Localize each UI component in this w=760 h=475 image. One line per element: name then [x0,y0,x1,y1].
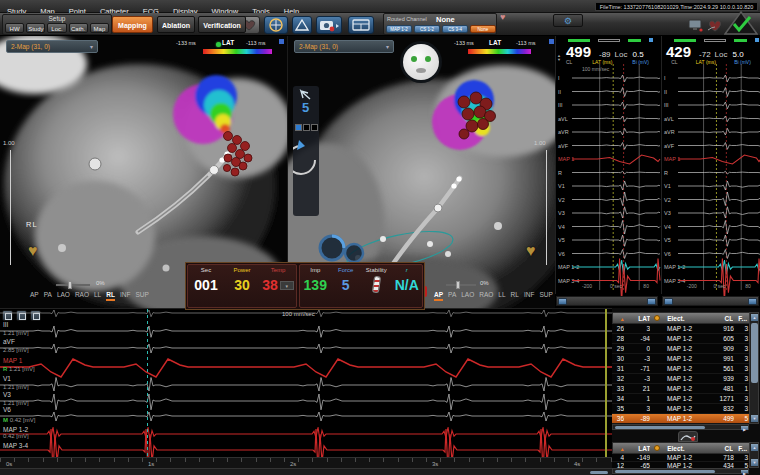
orientation-btn-pa[interactable]: PA [448,291,456,299]
steering-button[interactable] [264,16,288,34]
orientation-btn-sup[interactable]: SUP [539,291,552,299]
point-row-4[interactable]: 4-149MAP 1-27183 [612,454,750,462]
ablation-field-stability: Stability [361,265,392,307]
lead-label-map1: MAP 1 [664,156,680,162]
svg-text:-200: -200 [687,283,697,289]
maximize-view-button[interactable] [549,39,554,44]
lead-label-v6: V6 [3,406,11,413]
ecg-tool-icon-1[interactable] [2,310,13,321]
ecg-column-scrollbar[interactable] [556,296,658,306]
table2-vscrollbar[interactable]: ▲ ▼ [749,442,759,468]
lead-label-avr: aVR [558,129,569,135]
point-row-33[interactable]: 3321MAP 1-24811 [612,384,750,394]
routed-option-none[interactable]: None [470,25,496,33]
ecg-tool-icon-2[interactable] [16,310,27,321]
setup-btn-study[interactable]: Study [26,23,45,33]
orientation-btn-pa[interactable]: PA [44,291,52,299]
point-row-30[interactable]: 30-3MAP 1-29913 [612,354,750,364]
scale-ruler [10,150,11,265]
temp-dropdown[interactable]: ▾ [280,281,294,290]
catheter-pin-tab[interactable] [678,431,698,442]
orientation-btn-inf[interactable]: INF [524,291,534,299]
orientation-btn-ll[interactable]: LL [498,291,505,299]
pen-size-value[interactable]: 5 [302,100,309,115]
orientation-btn-ll[interactable]: LL [94,291,101,299]
svg-text:100 mm/sec: 100 mm/sec [582,66,610,72]
point-row-31[interactable]: 31-71MAP 1-25613 [612,364,750,374]
color-swatch-black1[interactable] [303,124,310,131]
lead-label-v1: V1 [558,183,565,189]
ecg-column-scrollbar[interactable] [662,296,759,306]
channel-dot-icon [755,38,759,42]
lead-label-v2: V2 [664,197,671,203]
routed-option-cs12[interactable]: CS 1-2 [414,25,440,33]
table-vscrollbar[interactable]: ▲ ▼ [749,312,759,424]
orientation-btn-rl[interactable]: RL [511,291,519,299]
point-row-35[interactable]: 353MAP 1-28323 [612,404,750,414]
settings-gear-button[interactable]: ⚙ [553,14,583,27]
opacity-slider[interactable] [56,281,90,289]
lat-colorbar[interactable] [203,49,272,54]
point-row-26[interactable]: 263MAP 1-29163 [612,324,750,334]
ecg-channel-column[interactable]: ▲▼499-89Loc0.5CLLAT (ms)Bi (mV)100 mm/se… [555,36,659,294]
setup-btn-loc[interactable]: Loc. [47,23,66,33]
orientation-btn-inf[interactable]: INF [120,291,130,299]
colorbar-title: LAT [222,39,234,46]
point-row-36[interactable]: 36-89MAP 1-24995 [612,414,750,424]
lead-label-r: R [558,170,562,176]
color-swatch-black2[interactable] [311,124,318,131]
color-swatch-blue[interactable] [295,124,302,131]
orientation-btn-ap[interactable]: AP [30,291,39,299]
triangle-icon [293,17,311,33]
setup-btn-map[interactable]: Map [90,23,109,33]
opacity-slider[interactable] [446,281,476,289]
point-row-32[interactable]: 32-3MAP 1-29393 [612,374,750,384]
orientation-btn-rl[interactable]: RL [106,291,115,301]
map-selector-middle[interactable]: 2-Map (31, 0)▾ [294,40,394,53]
table-header[interactable]: ▲LATElect.CLF... [612,312,750,324]
ablation-label-power: Power [224,267,260,273]
mode-btn-ablation[interactable]: Ablation [157,16,195,33]
orientation-btn-rao[interactable]: RAO [75,291,89,299]
triangle-tool-button[interactable] [292,16,312,34]
setup-btn-hw[interactable]: HW [5,23,24,33]
lat-value: -72 [699,50,711,59]
table-header[interactable]: ▲LATElect.CLF... [612,442,750,454]
maximize-view-button[interactable] [279,39,284,44]
lead-gain-map1: R 1.21 [mV] [3,366,35,372]
sweep-speed-label: 100 mm/sec [282,311,315,317]
orientation-btn-sup[interactable]: SUP [135,291,148,299]
layout-button[interactable] [348,16,374,34]
orientation-btn-ap[interactable]: AP [434,291,443,301]
table2-hscrollbar[interactable]: ▶ [612,468,749,474]
lead-label-i: I [664,75,666,81]
lead-label-iii: III [3,321,8,328]
lat-colorbar[interactable] [468,49,531,54]
colorbar-max: -113 ms [246,40,265,46]
routed-option-cs34[interactable]: CS 3-4 [442,25,468,33]
routed-option-map12[interactable]: MAP 1-2 [386,25,412,33]
mode-btn-verification[interactable]: Verification [198,16,246,33]
time-tick-3s: 3s [432,461,438,467]
ecg-channel-column[interactable]: 429-72Loc5.0CLLAT (ms)Bi (mV)IIIIIIaVLaV… [661,36,760,294]
point-row-28[interactable]: 28-94MAP 1-26053 [612,334,750,344]
realtime-ecg-panel: 100 mm/sec III1.21 [mV]aVF2.85 [mV]MAP 1… [0,308,612,475]
rotate-ring-icon[interactable] [293,138,319,198]
map-selector-left[interactable]: 2-Map (31, 0)▾ [6,40,98,53]
orientation-btn-lao[interactable]: LAO [461,291,474,299]
snapshot-button[interactable] [316,16,342,34]
lead-label-v4: V4 [664,224,671,230]
ecg-hscrollbar[interactable] [0,468,612,475]
table-hscrollbar[interactable]: ▶ [612,424,749,430]
point-row-34[interactable]: 341MAP 1-212713 [612,394,750,404]
mode-btn-mapping[interactable]: Mapping [112,16,153,33]
orientation-btn-rao[interactable]: RAO [479,291,493,299]
lead-gain-map3-4: 0.42 [mV] [3,433,29,439]
ecg-traces [0,321,612,471]
ecg-tool-icon-3[interactable] [30,310,41,321]
setup-btn-cath[interactable]: Cath. [69,23,88,33]
time-cursor[interactable] [147,309,148,457]
heart-connection-icon [706,18,724,34]
point-row-29[interactable]: 290MAP 1-29093 [612,344,750,354]
orientation-btn-lao[interactable]: LAO [57,291,70,299]
